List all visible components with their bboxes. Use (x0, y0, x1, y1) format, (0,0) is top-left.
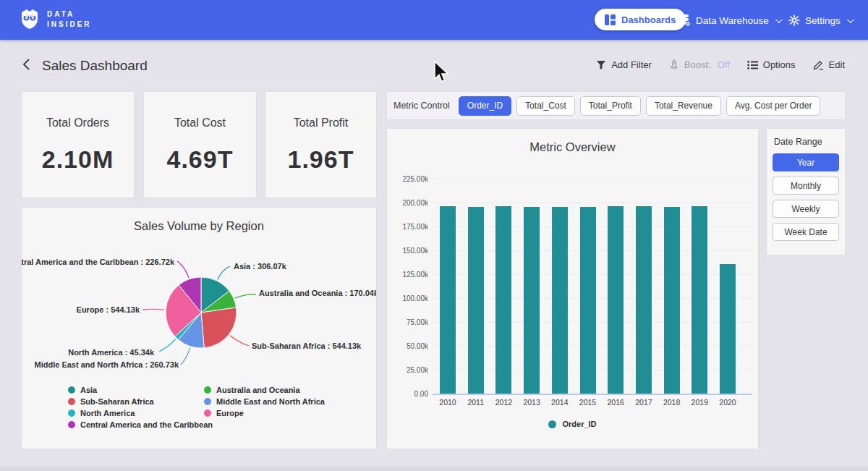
x-axis-tick: 2015 (574, 398, 603, 407)
nav-settings[interactable]: Settings (788, 12, 852, 28)
kpi-value: 1.96T (288, 145, 354, 174)
bar-2019[interactable] (692, 206, 707, 394)
y-axis-tick: 50.00k (388, 342, 428, 350)
bar-2014[interactable] (552, 207, 568, 394)
legend-dot-australia-and-oceania (204, 386, 211, 394)
bar-chart: 225.00k200.00k175.00k150.00k125.00k100.0… (387, 129, 758, 449)
bar-2018[interactable] (664, 207, 680, 394)
chevron-down-icon (847, 16, 854, 23)
metric-chip-group: Order_IDTotal_CostTotal_ProfitTotal_Reve… (459, 96, 821, 116)
bar-2011[interactable] (468, 207, 484, 394)
chevron-left-icon (22, 58, 31, 71)
date-range-year[interactable]: Year (773, 153, 839, 171)
x-axis-line (433, 394, 752, 395)
gridline (433, 203, 752, 203)
bar-chart-legend: Order_ID (387, 420, 758, 428)
legend-dot-middle-east-and-north-africa (204, 398, 211, 405)
edit-button[interactable]: Edit (813, 59, 845, 70)
nav-dashboards-label: Dashboards (621, 14, 676, 25)
page-title: Sales Dashboard (42, 58, 148, 74)
date-range-label: Date Range (774, 137, 839, 147)
x-axis-tick: 2019 (685, 398, 714, 407)
pie-label-central-america-and-the-caribbean: Central America and the Caribbean : 226.… (22, 258, 175, 266)
metric-control-bar: Metric Control Order_IDTotal_CostTotal_P… (387, 92, 845, 119)
x-axis-tick: 2010 (433, 398, 462, 407)
topbar: DATA INSIDER Dashboards Data Warehouse (0, 0, 868, 40)
y-axis-tick: 200.00k (388, 199, 428, 207)
y-axis-tick: 75.00k (388, 318, 428, 326)
pie-leader-line (218, 266, 230, 279)
pencil-icon (813, 59, 824, 70)
bar-2020[interactable] (720, 264, 736, 394)
list-options-icon (747, 60, 758, 70)
options-button[interactable]: Options (747, 59, 796, 70)
kpi-value: 2.10M (42, 145, 114, 174)
gear-icon (788, 14, 800, 26)
kpi-label: Total Cost (174, 116, 226, 130)
database-icon (678, 14, 691, 27)
bar-2015[interactable] (580, 207, 596, 394)
metric-chip-total-cost[interactable]: Total_Cost (516, 96, 575, 116)
date-range-options: YearMonthlyWeeklyWeek Date (773, 153, 839, 241)
options-label: Options (763, 59, 796, 70)
metric-chip-total-profit[interactable]: Total_Profit (580, 96, 641, 116)
filter-funnel-icon (596, 60, 606, 70)
x-axis-tick: 2014 (545, 398, 574, 407)
bottom-strip (0, 467, 868, 471)
nav-data-warehouse[interactable]: Data Warehouse (678, 12, 780, 28)
kpi-value: 4.69T (167, 145, 234, 174)
pie-leader-line (230, 336, 249, 346)
add-filter-label: Add Filter (611, 59, 652, 70)
brand-line2: INSIDER (47, 20, 92, 30)
nav-settings-label: Settings (805, 15, 841, 26)
pie-chart-card: Sales Volume by Region Asia : 306.07kAus… (22, 208, 376, 449)
bar-2013[interactable] (524, 207, 540, 394)
kpi-label: Total Profit (294, 116, 349, 130)
bar-2012[interactable] (495, 206, 511, 394)
bar-2017[interactable] (636, 206, 652, 394)
nav-dashboards[interactable]: Dashboards (595, 9, 686, 30)
legend-dot-sub-saharan-africa (68, 398, 75, 405)
metric-chip-avg-cost-per-order[interactable]: Avg. Cost per Order (726, 96, 821, 116)
add-filter-button[interactable]: Add Filter (596, 59, 652, 70)
y-axis-tick: 175.00k (388, 223, 428, 231)
boost-value: Off (718, 59, 730, 70)
pie-leader-line (177, 261, 189, 278)
x-axis-tick: 2011 (461, 398, 490, 407)
legend-label-europe: Europe (216, 409, 244, 417)
date-range-monthly[interactable]: Monthly (773, 177, 839, 195)
pie-label-australia-and-oceania: Australia and Oceania : 170.04k (259, 289, 376, 297)
y-axis-tick: 225.00k (388, 175, 428, 183)
owl-logo-icon (20, 8, 40, 30)
bar-2016[interactable] (608, 206, 624, 394)
x-axis-tick: 2012 (489, 398, 518, 407)
pie-leader-line (181, 348, 190, 365)
bar-2010[interactable] (440, 206, 456, 394)
bar-chart-card: Metric Overview 225.00k200.00k175.00k150… (387, 129, 758, 449)
brand-line1: DATA (47, 9, 92, 20)
date-range-weekly[interactable]: Weekly (773, 200, 839, 218)
pie-leader-line (142, 309, 164, 310)
date-range-week-date[interactable]: Week Date (773, 223, 839, 241)
kpi-card-total-orders: Total Orders 2.10M (22, 92, 134, 198)
pie-leader-line (159, 339, 176, 352)
pie-leader-line (235, 294, 256, 298)
pie-label-middle-east-and-north-africa: Middle East and North Africa : 260.73k (35, 360, 179, 369)
legend-dot-europe (204, 410, 211, 417)
x-axis-tick: 2017 (629, 398, 658, 407)
legend-dot-asia (68, 386, 75, 394)
x-axis-tick: 2018 (658, 398, 686, 407)
y-axis-tick: 125.00k (388, 271, 428, 279)
pie-label-north-america: North America : 45.34k (68, 348, 155, 357)
back-button[interactable] (20, 58, 33, 72)
dashboard-grid-icon (605, 14, 616, 25)
metric-chip-order-id[interactable]: Order_ID (459, 96, 511, 116)
legend-label-asia: Asia (80, 386, 98, 394)
boost-toggle[interactable]: Boost: Off (669, 59, 730, 70)
legend-label-sub-saharan-africa: Sub-Saharan Africa (80, 397, 155, 406)
pie-slice-sub-saharan-africa[interactable] (201, 307, 237, 348)
y-axis-tick: 100.00k (388, 294, 428, 302)
y-axis-tick: 25.00k (388, 366, 428, 374)
legend-label-central-america-and-the-caribbean: Central America and the Caribbean (80, 420, 213, 429)
metric-chip-total-revenue[interactable]: Total_Revenue (646, 96, 721, 116)
